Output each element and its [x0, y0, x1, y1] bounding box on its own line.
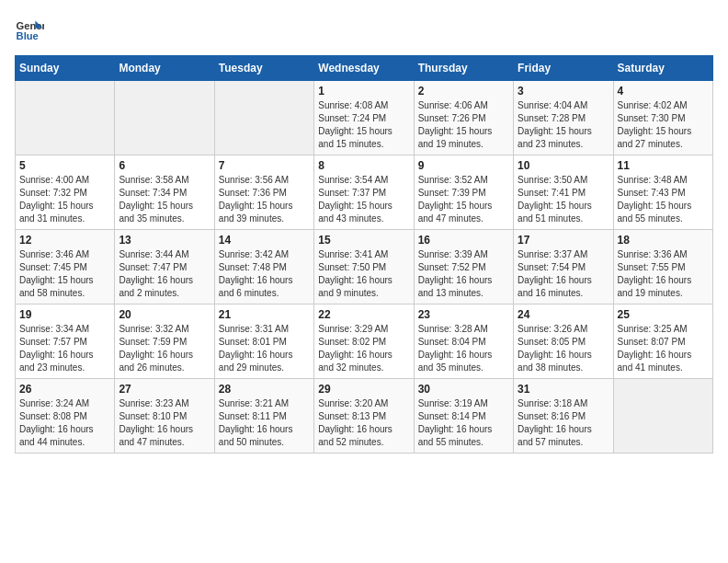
- day-info: Sunrise: 3:24 AM Sunset: 8:08 PM Dayligh…: [19, 397, 110, 449]
- day-info: Sunrise: 3:20 AM Sunset: 8:13 PM Dayligh…: [318, 397, 409, 449]
- day-info: Sunrise: 3:26 AM Sunset: 8:05 PM Dayligh…: [518, 323, 609, 374]
- calendar-cell: 14Sunrise: 3:42 AM Sunset: 7:48 PM Dayli…: [214, 230, 313, 304]
- header-tuesday: Tuesday: [214, 56, 313, 81]
- calendar-cell: 1Sunrise: 4:08 AM Sunset: 7:24 PM Daylig…: [314, 81, 414, 155]
- week-row-5: 26Sunrise: 3:24 AM Sunset: 8:08 PM Dayli…: [16, 379, 713, 454]
- day-number: 12: [19, 234, 110, 247]
- calendar-cell: [613, 379, 712, 454]
- day-info: Sunrise: 3:19 AM Sunset: 8:14 PM Dayligh…: [418, 397, 509, 449]
- header-monday: Monday: [115, 56, 214, 81]
- day-info: Sunrise: 3:46 AM Sunset: 7:45 PM Dayligh…: [19, 248, 110, 300]
- day-number: 6: [119, 159, 210, 172]
- svg-text:Blue: Blue: [17, 30, 39, 41]
- day-number: 31: [518, 383, 609, 396]
- day-number: 20: [119, 308, 210, 321]
- day-info: Sunrise: 4:00 AM Sunset: 7:32 PM Dayligh…: [19, 174, 110, 225]
- calendar-cell: 25Sunrise: 3:25 AM Sunset: 8:07 PM Dayli…: [613, 304, 712, 379]
- day-number: 29: [318, 383, 409, 396]
- day-number: 15: [318, 234, 409, 247]
- calendar-cell: 8Sunrise: 3:54 AM Sunset: 7:37 PM Daylig…: [314, 155, 414, 230]
- day-info: Sunrise: 4:04 AM Sunset: 7:28 PM Dayligh…: [518, 99, 609, 151]
- header-saturday: Saturday: [613, 56, 712, 81]
- logo: General Blue: [15, 15, 48, 44]
- calendar-cell: 2Sunrise: 4:06 AM Sunset: 7:26 PM Daylig…: [414, 81, 513, 155]
- day-number: 25: [618, 308, 709, 321]
- day-number: 23: [418, 308, 509, 321]
- day-info: Sunrise: 3:44 AM Sunset: 7:47 PM Dayligh…: [119, 248, 210, 300]
- day-info: Sunrise: 3:56 AM Sunset: 7:36 PM Dayligh…: [219, 174, 310, 225]
- calendar-cell: 23Sunrise: 3:28 AM Sunset: 8:04 PM Dayli…: [414, 304, 513, 379]
- calendar-cell: [115, 81, 214, 155]
- day-number: 30: [418, 383, 509, 396]
- day-number: 21: [219, 308, 310, 321]
- calendar-cell: 24Sunrise: 3:26 AM Sunset: 8:05 PM Dayli…: [514, 304, 613, 379]
- calendar-cell: 12Sunrise: 3:46 AM Sunset: 7:45 PM Dayli…: [16, 230, 115, 304]
- day-info: Sunrise: 3:31 AM Sunset: 8:01 PM Dayligh…: [219, 323, 310, 374]
- day-number: 5: [19, 159, 110, 172]
- page-header: General Blue: [15, 15, 713, 44]
- header-wednesday: Wednesday: [314, 56, 414, 81]
- day-info: Sunrise: 3:18 AM Sunset: 8:16 PM Dayligh…: [518, 397, 609, 449]
- week-row-1: 1Sunrise: 4:08 AM Sunset: 7:24 PM Daylig…: [16, 81, 713, 155]
- week-row-4: 19Sunrise: 3:34 AM Sunset: 7:57 PM Dayli…: [16, 304, 713, 379]
- day-number: 9: [418, 159, 509, 172]
- day-number: 2: [418, 85, 509, 98]
- calendar-header-row: SundayMondayTuesdayWednesdayThursdayFrid…: [16, 56, 713, 81]
- calendar-cell: 19Sunrise: 3:34 AM Sunset: 7:57 PM Dayli…: [16, 304, 115, 379]
- calendar-cell: 13Sunrise: 3:44 AM Sunset: 7:47 PM Dayli…: [115, 230, 214, 304]
- calendar-cell: 30Sunrise: 3:19 AM Sunset: 8:14 PM Dayli…: [414, 379, 513, 454]
- day-info: Sunrise: 3:34 AM Sunset: 7:57 PM Dayligh…: [19, 323, 110, 374]
- day-number: 24: [518, 308, 609, 321]
- calendar-cell: 17Sunrise: 3:37 AM Sunset: 7:54 PM Dayli…: [514, 230, 613, 304]
- calendar-cell: 22Sunrise: 3:29 AM Sunset: 8:02 PM Dayli…: [314, 304, 414, 379]
- day-info: Sunrise: 3:58 AM Sunset: 7:34 PM Dayligh…: [119, 174, 210, 225]
- header-thursday: Thursday: [414, 56, 513, 81]
- day-info: Sunrise: 3:23 AM Sunset: 8:10 PM Dayligh…: [119, 397, 210, 449]
- header-friday: Friday: [514, 56, 613, 81]
- calendar-cell: 7Sunrise: 3:56 AM Sunset: 7:36 PM Daylig…: [214, 155, 313, 230]
- day-number: 3: [518, 85, 609, 98]
- day-info: Sunrise: 4:06 AM Sunset: 7:26 PM Dayligh…: [418, 99, 509, 151]
- calendar-cell: 16Sunrise: 3:39 AM Sunset: 7:52 PM Dayli…: [414, 230, 513, 304]
- header-sunday: Sunday: [16, 56, 115, 81]
- calendar-cell: 15Sunrise: 3:41 AM Sunset: 7:50 PM Dayli…: [314, 230, 414, 304]
- day-number: 27: [119, 383, 210, 396]
- calendar-table: SundayMondayTuesdayWednesdayThursdayFrid…: [15, 55, 713, 454]
- day-number: 18: [618, 234, 709, 247]
- calendar-cell: 28Sunrise: 3:21 AM Sunset: 8:11 PM Dayli…: [214, 379, 313, 454]
- day-info: Sunrise: 3:48 AM Sunset: 7:43 PM Dayligh…: [618, 174, 709, 225]
- week-row-3: 12Sunrise: 3:46 AM Sunset: 7:45 PM Dayli…: [16, 230, 713, 304]
- day-number: 8: [318, 159, 409, 172]
- day-info: Sunrise: 3:41 AM Sunset: 7:50 PM Dayligh…: [318, 248, 409, 300]
- day-number: 16: [418, 234, 509, 247]
- day-info: Sunrise: 3:28 AM Sunset: 8:04 PM Dayligh…: [418, 323, 509, 374]
- calendar-cell: 27Sunrise: 3:23 AM Sunset: 8:10 PM Dayli…: [115, 379, 214, 454]
- day-info: Sunrise: 4:02 AM Sunset: 7:30 PM Dayligh…: [618, 99, 709, 151]
- day-info: Sunrise: 3:52 AM Sunset: 7:39 PM Dayligh…: [418, 174, 509, 225]
- day-number: 13: [119, 234, 210, 247]
- week-row-2: 5Sunrise: 4:00 AM Sunset: 7:32 PM Daylig…: [16, 155, 713, 230]
- day-number: 1: [318, 85, 409, 98]
- calendar-cell: 31Sunrise: 3:18 AM Sunset: 8:16 PM Dayli…: [514, 379, 613, 454]
- calendar-cell: 3Sunrise: 4:04 AM Sunset: 7:28 PM Daylig…: [514, 81, 613, 155]
- day-number: 26: [19, 383, 110, 396]
- day-number: 10: [518, 159, 609, 172]
- day-number: 11: [618, 159, 709, 172]
- calendar-cell: 29Sunrise: 3:20 AM Sunset: 8:13 PM Dayli…: [314, 379, 414, 454]
- day-number: 7: [219, 159, 310, 172]
- day-info: Sunrise: 3:29 AM Sunset: 8:02 PM Dayligh…: [318, 323, 409, 374]
- logo-icon: General Blue: [15, 15, 44, 44]
- day-info: Sunrise: 3:36 AM Sunset: 7:55 PM Dayligh…: [618, 248, 709, 300]
- calendar-cell: 26Sunrise: 3:24 AM Sunset: 8:08 PM Dayli…: [16, 379, 115, 454]
- calendar-cell: [16, 81, 115, 155]
- day-number: 19: [19, 308, 110, 321]
- day-number: 22: [318, 308, 409, 321]
- calendar-cell: 18Sunrise: 3:36 AM Sunset: 7:55 PM Dayli…: [613, 230, 712, 304]
- day-info: Sunrise: 3:25 AM Sunset: 8:07 PM Dayligh…: [618, 323, 709, 374]
- calendar-cell: 11Sunrise: 3:48 AM Sunset: 7:43 PM Dayli…: [613, 155, 712, 230]
- calendar-cell: 5Sunrise: 4:00 AM Sunset: 7:32 PM Daylig…: [16, 155, 115, 230]
- day-info: Sunrise: 3:39 AM Sunset: 7:52 PM Dayligh…: [418, 248, 509, 300]
- day-info: Sunrise: 4:08 AM Sunset: 7:24 PM Dayligh…: [318, 99, 409, 151]
- calendar-cell: 4Sunrise: 4:02 AM Sunset: 7:30 PM Daylig…: [613, 81, 712, 155]
- calendar-cell: 10Sunrise: 3:50 AM Sunset: 7:41 PM Dayli…: [514, 155, 613, 230]
